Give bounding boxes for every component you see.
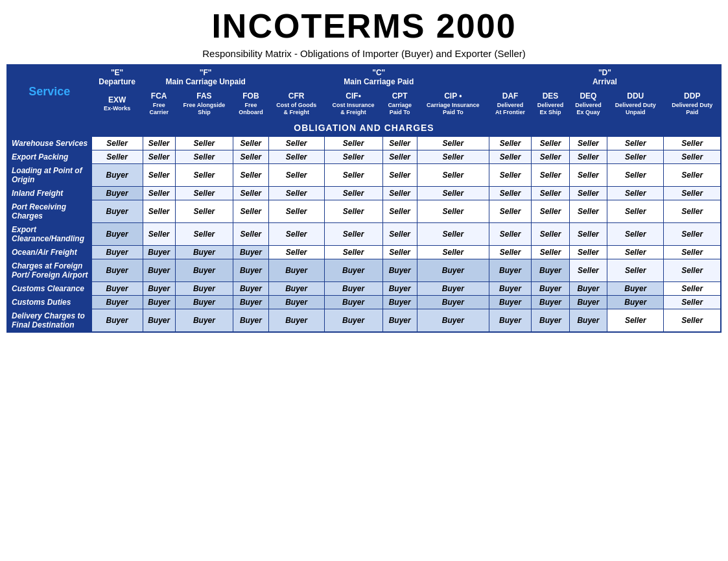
- value-cell: Seller: [175, 163, 233, 186]
- col-cfr: CFR Cost of Goods& Freight: [268, 90, 324, 119]
- value-cell: Seller: [532, 150, 569, 163]
- value-cell: Buyer: [569, 281, 607, 295]
- value-cell: Seller: [324, 200, 382, 222]
- value-cell: Buyer: [268, 281, 324, 295]
- value-cell: Buyer: [532, 259, 569, 281]
- value-cell: Buyer: [417, 259, 489, 281]
- value-cell: Seller: [233, 200, 269, 222]
- value-cell: Seller: [268, 163, 324, 186]
- value-cell: Buyer: [91, 259, 143, 281]
- table-row: Charges at Foreign Port/ Foreign Airport…: [7, 259, 721, 281]
- value-cell: Seller: [324, 186, 382, 200]
- value-cell: Seller: [417, 222, 489, 245]
- value-cell: Buyer: [417, 295, 489, 309]
- value-cell: Seller: [532, 245, 569, 259]
- value-cell: Buyer: [324, 259, 382, 281]
- value-cell: Seller: [607, 186, 664, 200]
- service-label-cell: Charges at Foreign Port/ Foreign Airport: [7, 259, 91, 281]
- col-cif: CIF• Cost Insurance& Freight: [324, 90, 382, 119]
- value-cell: Buyer: [233, 245, 269, 259]
- value-cell: Buyer: [91, 186, 143, 200]
- value-cell: Buyer: [91, 163, 143, 186]
- group-c: "C"Main Carriage Paid: [268, 65, 489, 90]
- value-cell: Buyer: [268, 295, 324, 309]
- value-cell: Seller: [268, 200, 324, 222]
- value-cell: Seller: [664, 245, 721, 259]
- value-cell: Seller: [607, 150, 664, 163]
- value-cell: Seller: [268, 186, 324, 200]
- value-cell: Seller: [417, 186, 489, 200]
- col-header-row: EXW Ex-Works FCA FreeCarrier FAS Free Al…: [7, 90, 721, 119]
- value-cell: Seller: [664, 222, 721, 245]
- page-subtitle: Responsibility Matrix - Obligations of I…: [6, 48, 722, 59]
- page-title: INCOTERMS 2000: [6, 6, 722, 45]
- value-cell: Buyer: [268, 259, 324, 281]
- value-cell: Seller: [382, 222, 417, 245]
- value-cell: Buyer: [143, 281, 175, 295]
- value-cell: Buyer: [91, 222, 143, 245]
- service-label-cell: Export Clearance/Handling: [7, 222, 91, 245]
- value-cell: Seller: [664, 259, 721, 281]
- value-cell: Seller: [324, 150, 382, 163]
- value-cell: Seller: [664, 309, 721, 332]
- group-d: "D"Arrival: [489, 65, 721, 90]
- value-cell: Seller: [569, 200, 607, 222]
- value-cell: Seller: [143, 186, 175, 200]
- value-cell: Seller: [268, 136, 324, 150]
- service-label-cell: Inland Freight: [7, 186, 91, 200]
- value-cell: Seller: [664, 163, 721, 186]
- value-cell: Buyer: [91, 200, 143, 222]
- table-row: Export Clearance/HandlingBuyerSellerSell…: [7, 222, 721, 245]
- value-cell: Seller: [569, 163, 607, 186]
- value-cell: Seller: [664, 200, 721, 222]
- value-cell: Seller: [417, 245, 489, 259]
- table-row: Loading at Point of OriginBuyerSellerSel…: [7, 163, 721, 186]
- value-cell: Buyer: [91, 295, 143, 309]
- value-cell: Buyer: [569, 295, 607, 309]
- value-cell: Seller: [324, 163, 382, 186]
- service-label-cell: Port Receiving Charges: [7, 200, 91, 222]
- value-cell: Buyer: [532, 281, 569, 295]
- value-cell: Seller: [532, 163, 569, 186]
- value-cell: Buyer: [143, 295, 175, 309]
- value-cell: Buyer: [91, 281, 143, 295]
- col-fas: FAS Free AlongsideShip: [175, 90, 233, 119]
- value-cell: Buyer: [489, 295, 531, 309]
- value-cell: Seller: [607, 245, 664, 259]
- value-cell: Buyer: [382, 295, 417, 309]
- group-f: "F"Main Carriage Unpaid: [143, 65, 268, 90]
- value-cell: Buyer: [532, 295, 569, 309]
- value-cell: Seller: [607, 136, 664, 150]
- value-cell: Seller: [268, 245, 324, 259]
- table-row: Export PackingSellerSellerSellerSellerSe…: [7, 150, 721, 163]
- value-cell: Seller: [324, 245, 382, 259]
- col-fca: FCA FreeCarrier: [143, 90, 175, 119]
- service-column-header: Service: [7, 65, 91, 119]
- value-cell: Buyer: [532, 309, 569, 332]
- value-cell: Buyer: [268, 309, 324, 332]
- value-cell: Seller: [607, 309, 664, 332]
- table-row: Delivery Charges to Final DestinationBuy…: [7, 309, 721, 332]
- value-cell: Seller: [489, 245, 531, 259]
- table-row: Customs DutiesBuyerBuyerBuyerBuyerBuyerB…: [7, 295, 721, 309]
- value-cell: Seller: [569, 136, 607, 150]
- value-cell: Seller: [532, 222, 569, 245]
- value-cell: Buyer: [91, 309, 143, 332]
- value-cell: Seller: [489, 136, 531, 150]
- value-cell: Buyer: [489, 259, 531, 281]
- value-cell: Seller: [382, 150, 417, 163]
- value-cell: Seller: [143, 222, 175, 245]
- value-cell: Buyer: [607, 295, 664, 309]
- value-cell: Seller: [489, 186, 531, 200]
- value-cell: Seller: [569, 245, 607, 259]
- col-daf: DAF DeliveredAt Frontier: [489, 90, 531, 119]
- value-cell: Seller: [607, 200, 664, 222]
- service-label-cell: Customs Clearance: [7, 281, 91, 295]
- table-row: Ocean/Air FreightBuyerBuyerBuyerBuyerSel…: [7, 245, 721, 259]
- value-cell: Buyer: [175, 245, 233, 259]
- value-cell: Seller: [569, 222, 607, 245]
- value-cell: Buyer: [233, 309, 269, 332]
- value-cell: Buyer: [489, 281, 531, 295]
- col-ddu: DDU Delivered DutyUnpaid: [607, 90, 664, 119]
- col-exw: EXW Ex-Works: [91, 90, 143, 119]
